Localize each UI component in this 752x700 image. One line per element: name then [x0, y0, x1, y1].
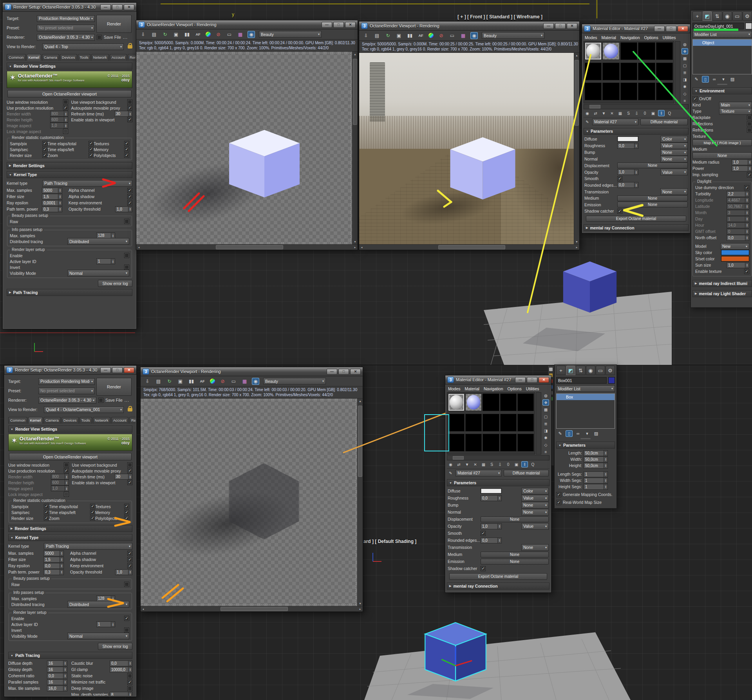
viewport-shading-label[interactable]: ard ] [ Default Shading ]	[363, 539, 416, 544]
material-slot-14[interactable]	[638, 83, 655, 100]
titlebar[interactable]: 3 Material Editor - Material #27 —□✕	[445, 375, 551, 384]
modify-tab[interactable]: ◩	[703, 11, 712, 21]
pin-stack-icon[interactable]: ✎	[557, 431, 563, 437]
show-end-result-icon[interactable]: 0	[642, 110, 648, 116]
menu-navigation[interactable]: Navigation	[620, 35, 640, 40]
tab-common[interactable]: Common	[7, 54, 26, 61]
turbidity-spinner[interactable]: 2,2▲▼	[727, 191, 749, 197]
refresh-time-ms-spinner[interactable]: 30▲▼	[114, 474, 132, 480]
slots-vertical-scrollbar[interactable]	[536, 392, 541, 455]
displacement-map-button[interactable]: None	[481, 516, 549, 522]
sample-type-icon[interactable]: ❖	[543, 400, 549, 405]
export-octane-material-button[interactable]: Export Octane material	[586, 216, 686, 222]
shadow-catcher-checkbox[interactable]: ✓	[617, 209, 622, 214]
menu-modes[interactable]: Modes	[448, 386, 461, 391]
path-tracing-rollout[interactable]: ▶Path Tracing	[7, 289, 132, 296]
opacity-mode-dropdown[interactable]: Value▾	[521, 523, 549, 530]
utilities-tab[interactable]: ⚙	[606, 366, 615, 375]
preset-dropdown[interactable]: No preset selected▾	[38, 388, 95, 394]
diffuse-mode-dropdown[interactable]: Color▾	[660, 136, 688, 143]
minimize-button[interactable]: —	[322, 22, 332, 28]
minimize-button[interactable]: —	[515, 377, 526, 383]
material-slot-9[interactable]	[500, 414, 517, 431]
export-render-icon[interactable]: ⇩	[144, 378, 151, 384]
render-camera-icon[interactable]: ◉	[471, 32, 477, 39]
type-dropdown[interactable]: Texture▾	[719, 108, 752, 115]
maximize-button[interactable]: □	[527, 377, 537, 383]
modify-tab[interactable]: ◩	[566, 366, 575, 375]
menu-modes[interactable]: Modes	[585, 35, 597, 40]
save-material-icon[interactable]: ⇩	[497, 462, 503, 467]
rounded-edges-spinner[interactable]: 0,0▲▼	[617, 182, 638, 188]
mental-ray-connection-rollout[interactable]: ▶mental ray Connection	[447, 583, 550, 590]
film-settings-icon[interactable]: ▦	[460, 32, 466, 39]
pick-material-eyedropper-icon[interactable]: ✎	[584, 119, 590, 124]
clipboard-icon[interactable]: ▤	[155, 378, 162, 384]
filter-size-spinner[interactable]: 1,5▲▼	[43, 557, 64, 563]
roughness-mode-dropdown[interactable]: Value▾	[660, 143, 688, 149]
pause-render-icon[interactable]: ▮▮	[188, 378, 195, 384]
material-slot-6[interactable]	[448, 414, 465, 431]
raw-checkbox[interactable]	[124, 219, 129, 224]
render-width-spinner[interactable]: 800▲▼	[50, 111, 68, 117]
memory-checkbox[interactable]: ✓	[124, 147, 129, 152]
layer-enable-checkbox[interactable]	[124, 253, 129, 258]
enable-stats-in-viewport-checkbox[interactable]: ✓	[127, 480, 132, 485]
memory-checkbox[interactable]: ✓	[124, 510, 129, 515]
filter-size-spinner[interactable]: 1,5▲▼	[42, 194, 62, 200]
medium-radius-spinner[interactable]: 1,0▲▼	[732, 159, 752, 165]
pattern-icon[interactable]: ≣	[682, 70, 688, 75]
diffuse-color-swatch[interactable]	[481, 488, 502, 494]
sample-sphere-icon[interactable]: ◍	[682, 41, 688, 47]
material-slot-5[interactable]	[656, 42, 673, 60]
day-spinner[interactable]: 1▲▼	[727, 216, 749, 222]
sample-type-icon[interactable]: ❖	[682, 49, 688, 54]
use-viewport-backgound-checkbox[interactable]	[127, 462, 132, 467]
medium-map-button[interactable]: None	[617, 195, 688, 201]
pause-render-icon[interactable]: ▮▮	[407, 32, 413, 39]
create-tab[interactable]: +	[556, 366, 566, 375]
vertical-scrollbar[interactable]: ▲▼	[574, 53, 579, 244]
invert-checkbox[interactable]	[124, 628, 129, 633]
stack-item-box[interactable]: Box	[557, 394, 615, 400]
preset-dropdown[interactable]: No preset selected▾	[37, 25, 95, 31]
slots-horizontal-scrollbar[interactable]	[447, 455, 550, 460]
remove-modifier-icon[interactable]: ▾	[584, 431, 590, 437]
focus-picker-icon[interactable]: AF	[195, 31, 201, 38]
material-map-navigator-icon[interactable]: ≡	[682, 98, 688, 103]
samp-pix-checkbox[interactable]: ✓	[42, 141, 47, 146]
render-heigth-spinner[interactable]: 600▲▼	[50, 117, 68, 123]
slots-vertical-scrollbar[interactable]	[675, 41, 680, 103]
sample-sphere-icon[interactable]: ◍	[543, 393, 549, 398]
material-slot-2[interactable]	[602, 42, 619, 60]
render-heigth-spinner[interactable]: 600▲▼	[51, 480, 69, 485]
show-end-result-icon[interactable]: ▯	[702, 76, 709, 82]
lock-image-aspect-checkbox[interactable]	[63, 129, 68, 134]
opacity-threshold-spinner[interactable]: 1,0▲▼	[115, 206, 132, 212]
open-octane-viewport-button[interactable]: Open OctaneRender viewport	[7, 90, 132, 97]
horizontal-scrollbar[interactable]: ◂▸	[359, 244, 579, 250]
medium-none-button[interactable]: None	[692, 152, 752, 159]
tab-camera[interactable]: Camera	[42, 54, 59, 61]
selected-blue-cube[interactable]	[425, 622, 486, 681]
material-name-dropdown[interactable]: Material #27▾	[592, 119, 638, 125]
hour-spinner[interactable]: 14,0▲▼	[727, 222, 749, 228]
zoom-checkbox[interactable]: ✓	[90, 516, 95, 521]
distributed-tracing-dropdown[interactable]: Distributed▾	[67, 238, 129, 245]
video-color-check-icon[interactable]: ◨	[682, 77, 688, 82]
clipboard-icon[interactable]: ▤	[374, 32, 380, 39]
film-settings-icon[interactable]: ▦	[241, 378, 248, 384]
power-spinner[interactable]: 1,0▲▼	[732, 166, 752, 171]
target-dropdown[interactable]: Production Rendering Mode▾	[38, 378, 95, 385]
maximize-button[interactable]: □	[666, 26, 676, 32]
samp-sec-checkbox[interactable]: ✓	[42, 147, 47, 152]
path-term-power-spinner[interactable]: 0,3▲▼	[42, 206, 62, 212]
model-dropdown[interactable]: New▾	[720, 243, 749, 250]
ray-epsilon-spinner[interactable]: 0,0▲▼	[43, 563, 64, 569]
material-slot-3[interactable]	[620, 42, 637, 60]
poly-objects-checkbox[interactable]: ✓	[124, 516, 129, 521]
time-elaps-total-checkbox[interactable]: ✓	[89, 141, 94, 146]
horizontal-scrollbar[interactable]: ◂▸	[141, 606, 363, 612]
tab-kernel[interactable]: Kernel	[27, 54, 41, 61]
tab-kernel[interactable]: Kernel	[28, 417, 43, 424]
